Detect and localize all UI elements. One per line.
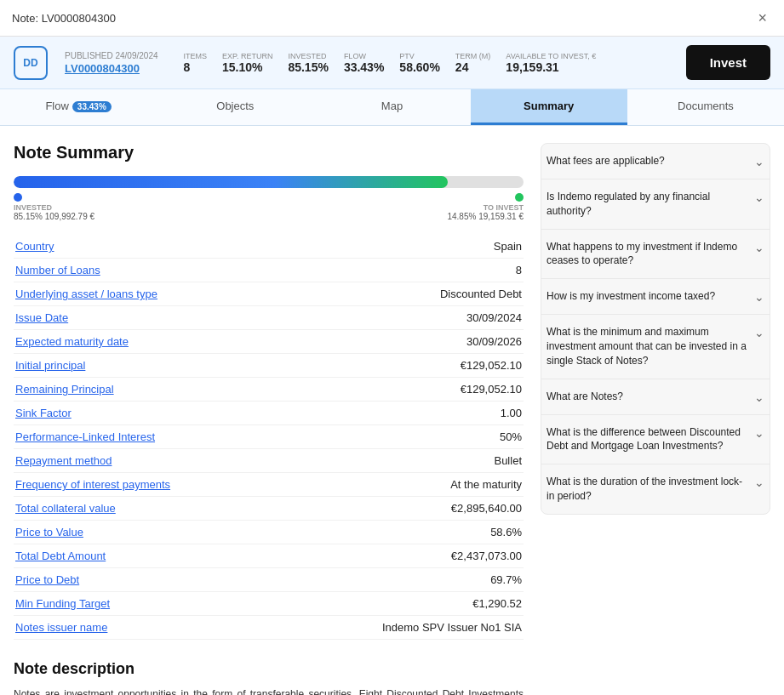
table-row: Price to Value58.6% (14, 521, 524, 544)
table-row: Initial principal€129,052.10 (14, 354, 524, 378)
faq-item[interactable]: What is the difference between Discounte… (541, 415, 770, 465)
table-row: Total collateral value€2,895,640.00 (14, 497, 524, 521)
invest-button[interactable]: Invest (686, 45, 770, 80)
row-label[interactable]: Underlying asset / loans type (14, 282, 294, 306)
close-button[interactable]: × (753, 9, 772, 27)
stat-label: EXP. RETURN (222, 52, 272, 60)
progress-dots (14, 193, 524, 202)
stat-label: FLOW (344, 52, 366, 60)
faq-header: How is my investment income taxed?⌄ (547, 289, 764, 304)
stat-item: FLOW33.43% (344, 52, 384, 74)
faq-item[interactable]: What happens to my investment if Indemo … (541, 230, 770, 280)
note-link[interactable]: LV0000804300 (65, 62, 158, 75)
row-label[interactable]: Country (14, 235, 294, 259)
row-value: At the maturity (294, 473, 524, 497)
row-label[interactable]: Min Funding Target (14, 592, 294, 616)
faq-question: What fees are applicable? (547, 154, 747, 168)
row-value: 30/09/2024 (294, 306, 524, 330)
main-content: Note Summary INVESTED 85.15% 109,992.79 … (0, 126, 784, 695)
to-invest-label: TO INVEST 14.85% 19,159.31 € (447, 203, 524, 221)
row-label[interactable]: Total collateral value (14, 497, 294, 521)
table-row: Repayment methodBullet (14, 449, 524, 473)
row-value: 58.6% (294, 521, 524, 544)
chevron-down-icon: ⌄ (754, 426, 764, 440)
tab-flow[interactable]: Flow33.43% (0, 89, 157, 125)
faq-question: What happens to my investment if Indemo … (547, 240, 747, 269)
row-label[interactable]: Remaining Principal (14, 378, 294, 402)
faq-header: What happens to my investment if Indemo … (547, 240, 764, 269)
row-value: Discounted Debt (294, 282, 524, 306)
stat-label: TERM (M) (455, 52, 491, 60)
row-label[interactable]: Total Debt Amount (14, 544, 294, 568)
row-label[interactable]: Frequency of interest payments (14, 473, 294, 497)
row-value: 69.7% (294, 568, 524, 592)
table-row: Underlying asset / loans typeDiscounted … (14, 282, 524, 306)
window-title: Note: LV0000804300 (12, 12, 116, 25)
header-actions: Invest (686, 45, 770, 80)
faq-header: What fees are applicable?⌄ (547, 154, 764, 168)
tab-map[interactable]: Map (313, 89, 470, 125)
table-row: Number of Loans8 (14, 259, 524, 282)
row-label[interactable]: Notes issuer name (14, 616, 294, 640)
stat-value: 8 (184, 60, 191, 74)
chevron-down-icon: ⌄ (754, 241, 764, 254)
stat-value: 58.60% (399, 60, 439, 74)
row-label[interactable]: Sink Factor (14, 402, 294, 425)
table-row: Notes issuer nameIndemo SPV Issuer No1 S… (14, 616, 524, 640)
row-label[interactable]: Price to Debt (14, 568, 294, 592)
faq-question: What is the minimum and maximum investme… (547, 325, 747, 367)
faq-question: Is Indemo regulated by any financial aut… (547, 190, 747, 219)
tab-objects[interactable]: Objects (157, 89, 313, 125)
faq-item[interactable]: What are Notes?⌄ (541, 379, 770, 415)
row-label[interactable]: Performance-Linked Interest (14, 425, 294, 449)
faq-item[interactable]: What is the minimum and maximum investme… (541, 315, 770, 379)
stat-label: ITEMS (184, 52, 208, 60)
chevron-down-icon: ⌄ (754, 290, 764, 304)
stat-item: ITEMS8 (184, 52, 208, 74)
row-value: 30/09/2026 (294, 330, 524, 354)
tab-badge: 33.43% (72, 101, 112, 112)
row-value: Indemo SPV Issuer No1 SIA (294, 616, 524, 640)
faq-header: Is Indemo regulated by any financial aut… (547, 190, 764, 219)
row-label[interactable]: Number of Loans (14, 259, 294, 282)
row-value: Bullet (294, 449, 524, 473)
row-value: €2,437,073.00 (294, 544, 524, 568)
row-label[interactable]: Price to Value (14, 521, 294, 544)
faq-item[interactable]: What fees are applicable?⌄ (541, 144, 770, 179)
right-panel: What fees are applicable?⌄Is Indemo regu… (541, 143, 770, 695)
note-description-text: Notes are investment opportunities in th… (14, 686, 524, 695)
chevron-down-icon: ⌄ (754, 191, 764, 204)
faq-question: What is the duration of the investment l… (547, 475, 747, 504)
row-label[interactable]: Issue Date (14, 306, 294, 330)
published-date: PUBLISHED 24/09/2024 (65, 51, 158, 60)
table-row: Performance-Linked Interest50% (14, 425, 524, 449)
row-label[interactable]: Initial principal (14, 354, 294, 378)
row-value: 50% (294, 425, 524, 449)
progress-labels: INVESTED 85.15% 109,992.79 € TO INVEST 1… (14, 203, 524, 221)
stat-value: 19,159.31 (506, 60, 558, 74)
progress-bar-wrap (14, 176, 524, 188)
title-bar: Note: LV0000804300 × (0, 0, 784, 37)
progress-bar-invested (14, 176, 448, 188)
row-label[interactable]: Expected maturity date (14, 330, 294, 354)
table-row: Expected maturity date30/09/2026 (14, 330, 524, 354)
invested-label: INVESTED 85.15% 109,992.79 € (14, 203, 94, 221)
header-stats: ITEMS8EXP. RETURN15.10%INVESTED85.15%FLO… (184, 52, 597, 74)
stat-item: AVAILABLE TO INVEST, €19,159.31 (506, 52, 596, 74)
stat-item: PTV58.60% (399, 52, 439, 74)
to-invest-dot (515, 193, 524, 202)
tab-summary[interactable]: Summary (471, 89, 627, 125)
faq-item[interactable]: How is my investment income taxed?⌄ (541, 279, 770, 315)
row-value: €1,290.52 (294, 592, 524, 616)
faq-item[interactable]: What is the duration of the investment l… (541, 464, 770, 514)
table-row: CountrySpain (14, 235, 524, 259)
row-label[interactable]: Repayment method (14, 449, 294, 473)
stat-item: INVESTED85.15% (288, 52, 328, 74)
table-row: Sink Factor1.00 (14, 402, 524, 425)
faq-item[interactable]: Is Indemo regulated by any financial aut… (541, 179, 770, 230)
tab-documents[interactable]: Documents (627, 89, 784, 125)
faq-header: What is the duration of the investment l… (547, 475, 764, 504)
chevron-down-icon: ⌄ (754, 476, 764, 489)
left-panel: Note Summary INVESTED 85.15% 109,992.79 … (14, 143, 541, 695)
chevron-down-icon: ⌄ (754, 155, 764, 168)
